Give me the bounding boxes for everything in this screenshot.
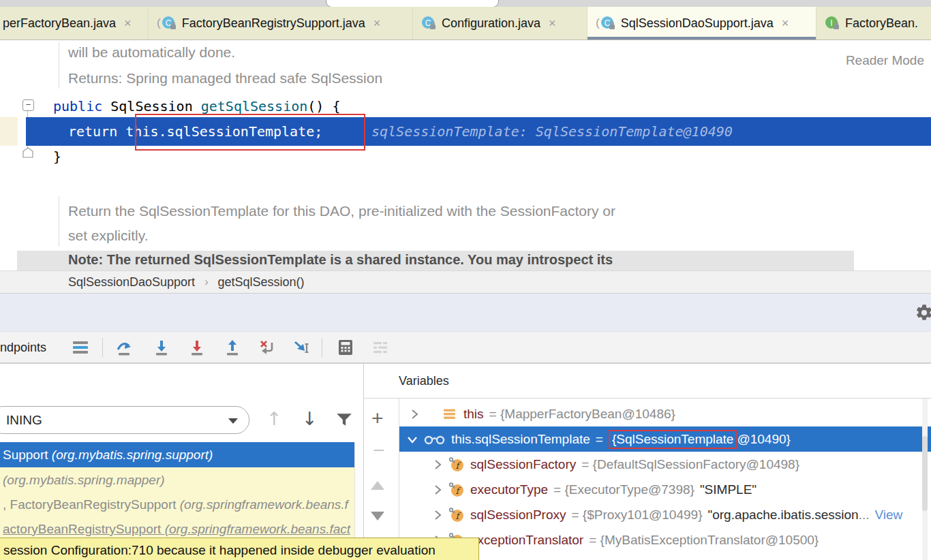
endpoints-tab-label[interactable]: ndpoints — [0, 332, 46, 363]
variable-row-sqlsessionfactory[interactable]: f sqlSessionFactory = {DefaultSqlSession… — [399, 452, 931, 477]
close-icon[interactable]: × — [373, 16, 381, 31]
close-icon[interactable]: × — [549, 16, 556, 31]
variables-scrollbar-thumb[interactable] — [922, 436, 928, 511]
move-down-icon[interactable] — [371, 512, 384, 520]
variable-row-sqlsessionproxy[interactable]: f sqlSessionProxy = {$Proxy101@10499} "o… — [399, 502, 931, 527]
close-icon[interactable]: × — [124, 16, 132, 31]
breadcrumb-method[interactable]: getSqlSession() — [217, 275, 304, 290]
return-keyword: return — [68, 123, 125, 140]
variable-name: this.sqlSessionTemplate — [451, 432, 590, 447]
run-to-cursor-icon[interactable] — [293, 339, 311, 356]
breadcrumb: SqlSessionDaoSupport › getSqlSession() — [0, 270, 931, 294]
step-over-icon[interactable] — [115, 339, 133, 356]
tab-sqlsessiondaosupport-selected[interactable]: ( C SqlSessionDaoSupport.java × — [587, 7, 816, 40]
breadcrumb-class[interactable]: SqlSessionDaoSupport — [68, 275, 195, 290]
fold-end-icon[interactable] — [22, 147, 33, 158]
chevron-right-icon[interactable] — [432, 484, 443, 495]
step-out-icon[interactable] — [224, 339, 241, 356]
tab-decoration: ( — [157, 16, 161, 30]
panel-splitter[interactable] — [363, 363, 364, 560]
return-type: SqlSession — [102, 98, 201, 114]
prev-frame-icon[interactable]: ↑ — [266, 409, 282, 428]
chevron-right-icon[interactable] — [432, 459, 443, 470]
annotation-box-editor — [135, 114, 365, 151]
drop-frame-icon[interactable] — [258, 339, 276, 356]
next-frame-icon[interactable]: ↓ — [302, 409, 318, 428]
tab-label: Configuration.java — [442, 16, 540, 31]
javadoc-line: Returns: Spring managed thread safe SqlS… — [68, 65, 382, 91]
breadcrumb-separator: › — [204, 276, 208, 288]
note-highlight-band: Note: The returned SqlSessionTemplate is… — [17, 251, 854, 270]
variable-string-value: "SIMPLE" — [700, 482, 757, 497]
closing-brace: } — [53, 146, 61, 168]
close-icon[interactable]: × — [782, 16, 789, 31]
inline-debugger-hint: sqlSessionTemplate: SqlSessionTemplate@1… — [371, 117, 733, 146]
variables-header[interactable]: Variables — [399, 364, 449, 398]
filter-icon[interactable] — [335, 411, 353, 429]
value-icon — [443, 408, 457, 420]
variable-value: = {$Proxy101@10499} — [571, 508, 702, 523]
show-execution-point-icon[interactable] — [72, 339, 89, 356]
selected-tab-underline — [587, 37, 816, 40]
ide-window: perFactoryBean.java × ( C FactoryBeanReg… — [0, 0, 931, 560]
tab-mapperfactorybean[interactable]: perFactoryBean.java × — [0, 7, 149, 40]
trace-settings-icon-disabled[interactable] — [371, 339, 389, 356]
move-up-icon[interactable] — [371, 481, 384, 490]
variable-name: sqlSessionProxy — [470, 508, 566, 523]
threads-dropdown[interactable]: INING — [0, 406, 249, 434]
class-icon: C — [162, 16, 177, 31]
tab-label: perFactoryBean.java — [3, 16, 116, 31]
variable-name: this — [463, 407, 484, 422]
javadoc-guide-line — [59, 196, 59, 247]
method-name: getSqlSession — [201, 98, 308, 114]
tab-factorybeanregistrysupport[interactable]: ( C FactoryBeanRegistrySupport.java × — [149, 7, 413, 40]
tab-label: FactoryBean. — [845, 16, 918, 31]
toolbar-separator — [102, 338, 103, 357]
evaluate-expression-icon[interactable] — [337, 339, 354, 356]
variable-value: = {ExecutorType@7398} — [553, 482, 695, 497]
javadoc-line: will be automatically done. — [68, 40, 235, 65]
frame-row-selected[interactable]: Support (org.mybatis.spring.support) — [0, 442, 354, 467]
variable-row-this[interactable]: this = {MapperFactoryBean@10486} — [399, 401, 931, 426]
toolbar-separator — [322, 338, 322, 357]
chevron-right-icon[interactable] — [409, 409, 420, 420]
frame-package: (org.springframework.beans.f — [180, 497, 348, 512]
field-icon: f — [448, 508, 465, 523]
fold-collapse-icon[interactable]: − — [22, 99, 34, 111]
debugger-tooltip: session Configuration:710 because it hap… — [0, 538, 479, 560]
frame-row[interactable]: , FactoryBeanRegistrySupport (org.spring… — [0, 492, 361, 517]
tab-label: SqlSessionDaoSupport.java — [621, 16, 774, 31]
field-icon: f — [448, 457, 465, 472]
remove-watch-icon[interactable]: − — [373, 440, 385, 461]
panel-top-border — [0, 363, 931, 364]
variable-row-sqlsessiontemplate-selected[interactable]: this.sqlSessionTemplate = {SqlSessionTem… — [399, 426, 931, 452]
variable-row-executortype[interactable]: f executorType = {ExecutorType@7398} "SI… — [399, 477, 931, 502]
tab-decoration: ( — [596, 16, 600, 30]
add-watch-icon[interactable]: + — [371, 408, 384, 429]
force-step-into-icon[interactable] — [188, 339, 206, 356]
variable-row-exceptiontranslator[interactable]: f exceptionTranslator = {MyBatisExceptio… — [399, 527, 931, 553]
frame-class: actoryBeanRegistrySupport — [3, 522, 165, 536]
class-icon: C — [600, 16, 615, 31]
variable-value: = {MapperFactoryBean@10486} — [489, 407, 675, 422]
variables-header-border — [363, 398, 931, 399]
tab-label: FactoryBeanRegistrySupport.java — [182, 16, 365, 31]
field-icon: f — [448, 482, 465, 497]
view-link[interactable]: View — [874, 508, 902, 523]
class-icon: C — [421, 16, 436, 31]
chevron-down-icon[interactable] — [406, 434, 418, 445]
step-into-icon[interactable] — [153, 339, 170, 356]
variable-name: sqlSessionFactory — [470, 457, 576, 472]
tab-configuration[interactable]: C Configuration.java × — [413, 7, 587, 40]
chevron-right-icon[interactable] — [432, 510, 443, 520]
gear-icon[interactable] — [915, 303, 931, 322]
variable-value-suffix: @10490} — [737, 432, 790, 447]
javadoc-line: set explicitly. — [68, 223, 148, 248]
ellipsis: ... — [859, 508, 870, 523]
variable-string-value: "org.apache.ibatis.session — [707, 508, 858, 523]
tooltip-text: session Configuration:710 because it hap… — [3, 543, 436, 558]
javadoc-guide-line — [59, 42, 59, 89]
tab-factorybean[interactable]: I FactoryBean. — [816, 7, 931, 40]
frame-row[interactable]: (org.mybatis.spring.mapper) — [0, 467, 361, 493]
reader-mode-label[interactable]: Reader Mode — [846, 53, 924, 68]
